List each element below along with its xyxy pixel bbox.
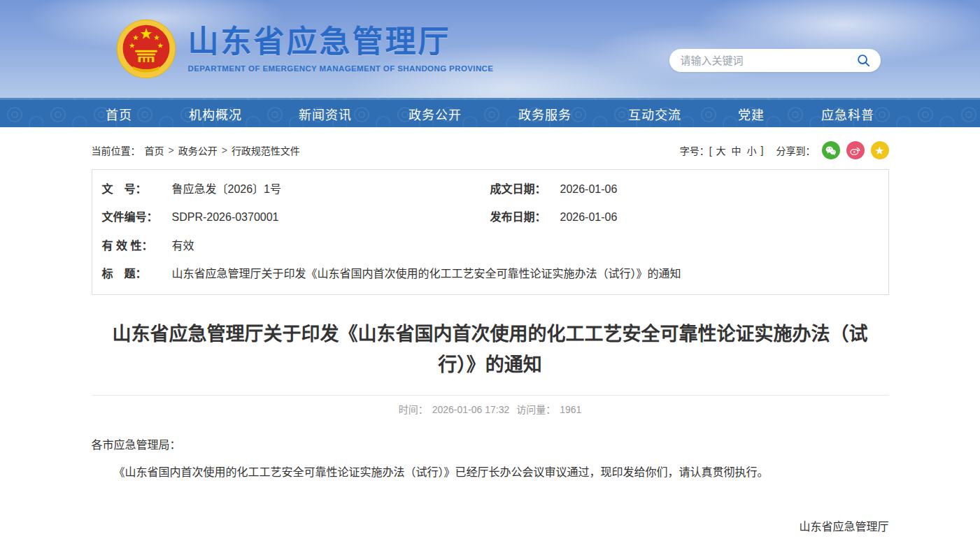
search-box [669, 49, 881, 72]
nav-item-about[interactable]: 机构概况 [189, 105, 242, 123]
nav-item-interact[interactable]: 互动交流 [628, 105, 681, 123]
wechat-share-icon[interactable] [822, 141, 840, 159]
fontsize-label-end: ] [761, 145, 764, 156]
main-nav: 首页 机构概况 新闻资讯 政务公开 政务服务 互动交流 党建 应急科普 [0, 98, 980, 127]
nav-item-home[interactable]: 首页 [106, 105, 132, 123]
meta-value-written-date: 2026-01-06 [560, 182, 618, 197]
meta-label-written-date: 成文日期： [490, 182, 553, 197]
nav-item-services[interactable]: 政务服务 [518, 105, 571, 123]
meta-row-validity: 有 效 性： 有效 [92, 232, 888, 260]
site-logo[interactable]: 山东省应急管理厅 DEPARTMENT OF EMERGENCY MANAGEM… [92, 18, 494, 80]
meta-value-title: 山东省应急管理厅关于印发《山东省国内首次使用的化工工艺安全可靠性论证实施办法（试… [172, 266, 681, 282]
breadcrumb-separator: > [169, 145, 174, 156]
article-signature: 山东省应急管理厅 2026年1月6日 [92, 515, 889, 541]
nav-item-news[interactable]: 新闻资讯 [299, 105, 352, 123]
site-name: 山东省应急管理厅 [188, 25, 494, 59]
meta-label-docnumber: 文 号： [102, 182, 165, 197]
signature-org: 山东省应急管理厅 [92, 515, 889, 539]
breadcrumb-label: 当前位置： [92, 143, 141, 157]
article-title: 山东省应急管理厅关于印发《山东省国内首次使用的化工工艺安全可靠性论证实施办法（试… [92, 319, 889, 381]
weibo-share-icon[interactable] [846, 141, 865, 159]
fontsize-small-button[interactable]: 小 [746, 143, 758, 157]
article-body: 各市应急管理局： 《山东省国内首次使用的化工工艺安全可靠性论证实施办法（试行）》… [92, 434, 889, 541]
fontsize-medium-button[interactable]: 中 [730, 143, 743, 157]
breadcrumb-toolbar-row: 当前位置： 首页 > 政务公开 > 行政规范性文件 字号：[ 大 中 小 ] 分… [92, 127, 889, 169]
page-toolbar: 字号：[ 大 中 小 ] 分享到： [680, 141, 889, 159]
national-emblem-icon [115, 18, 177, 80]
visits-label: 访问量： [516, 404, 555, 415]
meta-row-fileid-publish: 文件编号： SDPR-2026-0370001 发布日期： 2026-01-06 [92, 203, 888, 231]
nav-item-party[interactable]: 党建 [738, 105, 765, 123]
meta-label-fileid: 文件编号： [102, 210, 165, 225]
site-banner: 山东省应急管理厅 DEPARTMENT OF EMERGENCY MANAGEM… [0, 0, 980, 98]
meta-value-fileid: SDPR-2026-0370001 [172, 210, 279, 225]
fontsize-label: 字号：[ [680, 143, 712, 157]
share-label: 分享到： [776, 143, 816, 157]
breadcrumb-item-gov-info[interactable]: 政务公开 [178, 143, 218, 157]
meta-value-docnumber: 鲁应急发〔2026〕1号 [172, 182, 282, 197]
article-paragraph: 《山东省国内首次使用的化工工艺安全可靠性论证实施办法（试行）》已经厅长办公会议审… [92, 461, 889, 483]
meta-row-docnumber-date: 文 号： 鲁应急发〔2026〕1号 成文日期： 2026-01-06 [92, 175, 888, 203]
article-meta-row: 时间：2026-01-06 17:32 访问量：1961 [92, 395, 889, 416]
breadcrumb: 当前位置： 首页 > 政务公开 > 行政规范性文件 [92, 143, 300, 157]
meta-row-title: 标 题： 山东省应急管理厅关于印发《山东省国内首次使用的化工工艺安全可靠性论证实… [92, 260, 888, 288]
search-icon[interactable] [855, 52, 872, 69]
breadcrumb-item-home[interactable]: 首页 [145, 143, 164, 157]
breadcrumb-separator: > [222, 145, 227, 156]
meta-label-validity: 有 效 性： [102, 238, 165, 254]
meta-value-publish-date: 2026-01-06 [560, 210, 618, 225]
time-value: 2026-01-06 17:32 [432, 404, 510, 415]
meta-label-title: 标 题： [102, 266, 165, 282]
meta-value-validity: 有效 [172, 238, 194, 254]
nav-item-science[interactable]: 应急科普 [821, 105, 874, 123]
breadcrumb-item-current[interactable]: 行政规范性文件 [232, 143, 300, 157]
search-input[interactable] [681, 55, 855, 66]
article-salutation: 各市应急管理局： [92, 434, 889, 456]
nav-item-gov-info[interactable]: 政务公开 [409, 105, 462, 123]
fontsize-large-button[interactable]: 大 [715, 143, 727, 157]
qzone-share-icon[interactable]: ★ [871, 141, 889, 159]
site-name-en: DEPARTMENT OF EMERGENCY MANAGEMENT OF SH… [188, 64, 494, 73]
meta-label-publish-date: 发布日期： [490, 210, 553, 225]
document-meta-table: 文 号： 鲁应急发〔2026〕1号 成文日期： 2026-01-06 文件编号：… [92, 169, 889, 295]
page: 山东省应急管理厅 DEPARTMENT OF EMERGENCY MANAGEM… [0, 0, 980, 541]
signature-date: 2026年1月6日 [92, 539, 889, 541]
visits-value: 1961 [560, 404, 581, 415]
time-label: 时间： [399, 404, 428, 415]
